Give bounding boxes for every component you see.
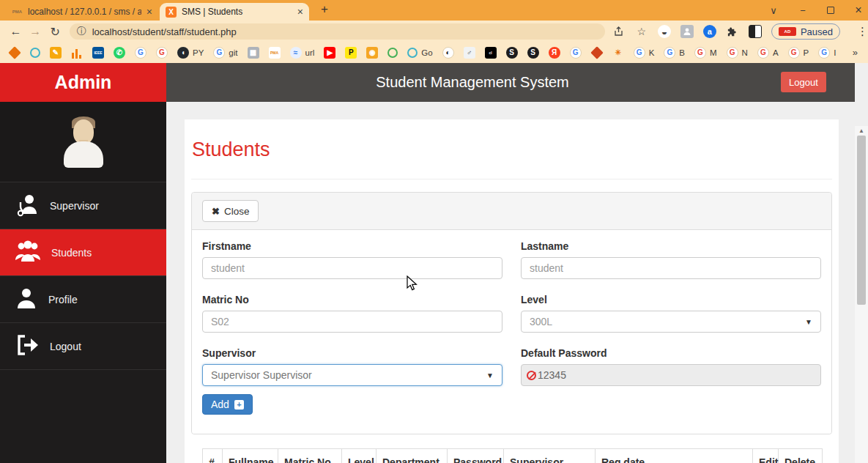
- ieee-bookmark[interactable]: IEEE: [92, 47, 104, 59]
- google-i-bookmark-label: I: [834, 48, 836, 57]
- share-icon[interactable]: [612, 25, 626, 38]
- phpmyadmin-bookmark[interactable]: PMA: [269, 47, 281, 59]
- url-tool-bookmark[interactable]: ≈url: [290, 47, 315, 59]
- google-p-icon: G: [788, 47, 800, 59]
- browser-menu-icon[interactable]: ⋮: [857, 25, 868, 38]
- plus-square-icon: +: [234, 400, 244, 410]
- google-k-bookmark[interactable]: GK: [634, 47, 655, 59]
- analytics-bookmark[interactable]: [71, 47, 83, 59]
- google-p-bookmark[interactable]: GP: [788, 47, 809, 59]
- github-py-bookmark[interactable]: ◖PY: [177, 47, 204, 59]
- s-dark-1-bookmark[interactable]: S: [506, 47, 518, 59]
- extension-paused-badge[interactable]: AD Paused: [771, 23, 840, 40]
- youtube-bookmark[interactable]: ▶: [324, 47, 335, 59]
- google-a-icon: G: [757, 47, 769, 59]
- google-i-bookmark[interactable]: GI: [818, 47, 836, 59]
- google-a-bookmark[interactable]: GA: [757, 47, 779, 59]
- supervisor-select[interactable]: Supervisor Supervisor ▼: [202, 364, 502, 386]
- google-2-icon: G: [156, 47, 168, 59]
- students-table: #FullnameMatric NoLevelDepartmentPasswor…: [202, 448, 823, 463]
- add-button[interactable]: Add +: [202, 394, 253, 415]
- minimize-icon[interactable]: −: [798, 5, 808, 16]
- tab-close-icon[interactable]: ×: [297, 6, 303, 18]
- sidebar-item-profile[interactable]: Logout Profile: [0, 276, 166, 323]
- runner-icon: ♂: [464, 47, 475, 59]
- site-info-icon[interactable]: ⓘ: [77, 25, 86, 38]
- app-header: Student Management System Logout: [166, 63, 855, 102]
- maximize-icon[interactable]: [827, 7, 834, 14]
- google-3-bookmark[interactable]: G: [570, 47, 582, 59]
- sun-bookmark[interactable]: ✳: [612, 47, 624, 59]
- back-icon[interactable]: ←: [6, 25, 26, 38]
- table-header-level: Level: [342, 449, 376, 463]
- matric-no-input[interactable]: S02: [202, 311, 502, 333]
- profile-user-icon: [15, 286, 38, 313]
- go-site-bookmark-label: Go: [421, 48, 432, 57]
- tab-close-icon[interactable]: ×: [146, 6, 152, 18]
- bird-bookmark[interactable]: ◐: [442, 47, 454, 59]
- compose-bookmark[interactable]: ✎: [50, 47, 62, 59]
- p-yellow-bookmark[interactable]: P: [345, 47, 357, 59]
- whatsapp-bookmark[interactable]: ✆: [114, 47, 125, 59]
- google-n-bookmark[interactable]: GN: [727, 47, 748, 59]
- page-title: Students: [192, 138, 832, 161]
- sidebar-item-logout[interactable]: Logout: [0, 323, 166, 370]
- scroll-up-icon[interactable]: ▲: [855, 126, 868, 136]
- forward-icon[interactable]: →: [26, 25, 45, 38]
- camera-icon: ◉: [366, 47, 378, 59]
- bookmarks-overflow-icon[interactable]: »: [853, 47, 858, 58]
- firstname-input[interactable]: student: [202, 257, 502, 279]
- matlab-bookmark[interactable]: [591, 47, 603, 59]
- sidebar-item-students[interactable]: Students: [0, 229, 166, 276]
- google-git-bookmark[interactable]: Ggit: [213, 47, 237, 59]
- lastname-input[interactable]: student: [521, 257, 821, 279]
- person-extension-icon[interactable]: [680, 25, 694, 38]
- tab-sms-students[interactable]: X SMS | Students ×: [160, 3, 309, 21]
- s-dark-2-bookmark[interactable]: S: [527, 47, 539, 59]
- runner-bookmark[interactable]: ♂: [464, 47, 475, 59]
- close-window-icon[interactable]: ×: [853, 4, 864, 17]
- tab-search-icon[interactable]: ∨: [768, 5, 779, 16]
- github-py-icon: ◖: [177, 47, 189, 59]
- reload-icon[interactable]: ↻: [45, 25, 65, 39]
- sidebar-item-label: Profile: [48, 294, 78, 305]
- google-k-icon: G: [634, 47, 645, 59]
- sidebar-item-label: Supervisor: [50, 200, 99, 212]
- green-ring-bookmark[interactable]: [387, 48, 398, 58]
- page-scrollbar[interactable]: ▲ ▼: [855, 126, 868, 463]
- address-bar[interactable]: ⓘ localhost/student/staff/student.php: [70, 23, 605, 40]
- google-k-bookmark-label: K: [649, 48, 655, 57]
- panda-extension-icon[interactable]: ◒: [658, 25, 671, 38]
- extensions-puzzle-icon[interactable]: [726, 25, 739, 38]
- xampp-favicon-icon: X: [166, 7, 177, 18]
- gray-tool-bookmark[interactable]: ▦: [248, 47, 259, 59]
- colab-bookmark[interactable]: [9, 47, 21, 59]
- tab-phpmyadmin[interactable]: PMA localhost / 127.0.0.1 / sms / adm ×: [6, 3, 158, 21]
- bird-icon: ◐: [442, 47, 454, 59]
- bookmark-star-icon[interactable]: ☆: [635, 25, 648, 38]
- go-site-bookmark[interactable]: Go: [407, 48, 432, 58]
- sidebar-item-supervisor[interactable]: Supervisor: [0, 182, 166, 229]
- yandex-bookmark[interactable]: Я: [549, 47, 560, 59]
- google-1-bookmark[interactable]: G: [135, 47, 146, 59]
- camera-bookmark[interactable]: ◉: [366, 47, 378, 59]
- cl-site-bookmark[interactable]: cl: [485, 47, 497, 59]
- new-tab-button[interactable]: +: [316, 2, 333, 17]
- google-b-bookmark[interactable]: GB: [664, 47, 685, 59]
- a-extension-icon[interactable]: a: [703, 25, 716, 38]
- google-m-bookmark[interactable]: GM: [694, 47, 717, 59]
- supervisor-label: Supervisor: [202, 347, 502, 359]
- scrollbar-thumb[interactable]: [857, 136, 866, 305]
- dark-mode-extension-icon[interactable]: [749, 25, 762, 38]
- students-card: Students ✖ Close Firstname student: [185, 119, 839, 463]
- level-select[interactable]: 300L ▼: [521, 311, 821, 333]
- close-form-button[interactable]: ✖ Close: [202, 200, 259, 222]
- logout-button[interactable]: Logout: [781, 72, 826, 92]
- youtube-icon: ▶: [324, 47, 335, 59]
- teal-ring-bookmark[interactable]: [30, 48, 40, 58]
- google-2-bookmark[interactable]: G: [156, 47, 168, 59]
- tab-title: localhost / 127.0.0.1 / sms / adm: [28, 7, 141, 17]
- default-password-value: 12345: [538, 369, 566, 381]
- google-a-bookmark-label: A: [773, 48, 779, 57]
- bookmarks-bar: ✎IEEE✆GG◖PYGgit▦PMA≈url▶P◉Go◐♂clSSЯG✳GKG…: [0, 42, 868, 63]
